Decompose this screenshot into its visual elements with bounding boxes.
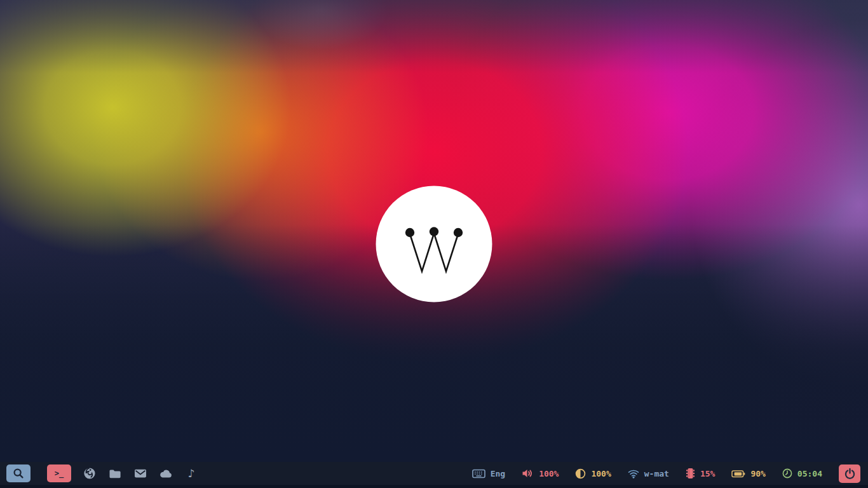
clock-time: 05:04 (797, 469, 822, 478)
wifi-indicator[interactable]: w-mat (628, 469, 669, 478)
terminal-button[interactable]: >_ (47, 464, 71, 482)
w-logo-icon (376, 186, 492, 302)
brightness-indicator[interactable]: 100% (575, 468, 611, 479)
battery-value: 90% (750, 469, 765, 478)
speaker-icon (522, 468, 534, 478)
wifi-icon (628, 469, 639, 478)
envelope-icon (134, 468, 147, 478)
taskbar: >_ (0, 462, 868, 488)
memory-value: 15% (700, 469, 715, 478)
cloud-icon (159, 468, 173, 478)
folder-icon (109, 468, 121, 479)
clock-indicator[interactable]: 05:04 (782, 468, 822, 478)
clock-icon (782, 468, 792, 478)
launcher-files[interactable] (108, 466, 122, 481)
search-button[interactable] (6, 464, 31, 482)
language-indicator[interactable]: Eng (472, 469, 505, 478)
wifi-ssid: w-mat (644, 469, 669, 478)
taskbar-left-group: >_ (0, 464, 198, 482)
desktop-logo (376, 186, 492, 302)
launcher-browser[interactable] (83, 466, 97, 481)
contrast-icon (575, 468, 586, 479)
taskbar-right-group: Eng 100% 100% (472, 464, 868, 483)
power-icon (844, 468, 856, 480)
keyboard-icon (472, 469, 485, 478)
language-label: Eng (491, 469, 505, 478)
firefox-icon (83, 467, 96, 480)
memory-indicator[interactable]: 15% (686, 468, 715, 479)
memory-chip-icon (686, 468, 695, 479)
power-button[interactable] (839, 464, 860, 483)
battery-indicator[interactable]: 90% (731, 468, 765, 479)
brightness-value: 100% (591, 469, 611, 478)
terminal-prompt-icon: >_ (55, 469, 64, 478)
launcher-music[interactable]: ♪ (184, 466, 198, 481)
volume-indicator[interactable]: 100% (522, 468, 559, 478)
music-note-icon: ♪ (188, 468, 195, 479)
search-icon (13, 468, 24, 479)
launcher-cloud[interactable] (159, 466, 173, 481)
volume-value: 100% (539, 469, 559, 478)
battery-icon (731, 468, 745, 479)
launcher-mail[interactable] (133, 466, 147, 481)
